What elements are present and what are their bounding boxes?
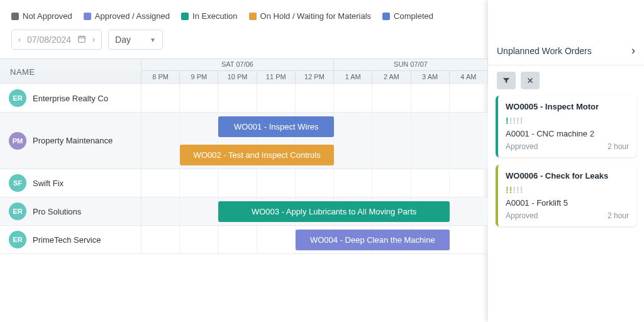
time-cell[interactable]	[180, 197, 218, 225]
legend-label: Not Approved	[23, 11, 72, 21]
row-label: Enterprise Realty Co	[33, 94, 108, 103]
panel-header[interactable]: Unplanned Work Orders ›	[488, 36, 644, 65]
work-order-card[interactable]: WO0005 - Inspect Motor!!!!!A0001 - CNC m…	[496, 96, 636, 157]
task-bar[interactable]: WO001 - Inspect Wires	[218, 116, 334, 137]
row-name: EREnterprise Realty Co	[0, 84, 142, 112]
card-duration: 2 hour	[608, 211, 629, 220]
name-column-header: NAME	[0, 59, 142, 84]
avatar: PM	[9, 132, 26, 150]
time-cell[interactable]	[411, 113, 450, 169]
row-label: Pro Solutions	[33, 207, 81, 216]
priority-icons: !!!!!	[506, 116, 629, 125]
time-cell[interactable]	[450, 84, 488, 112]
legend-item: Not Approved	[11, 11, 72, 21]
time-cell[interactable]	[450, 197, 488, 225]
time-cell[interactable]	[450, 226, 488, 253]
card-subtitle: A0001 - Forklift 5	[506, 198, 629, 208]
task-bar[interactable]: WO003 - Apply Lubricants to All Moving P…	[218, 201, 449, 222]
legend-item: On Hold / Waiting for Materials	[249, 11, 372, 21]
row-cells[interactable]: WO003 - Apply Lubricants to All Moving P…	[142, 197, 488, 225]
task-bar[interactable]: WO004 - Deep Clean the Machine	[296, 230, 450, 250]
card-title: WO0006 - Check for Leaks	[506, 171, 629, 180]
time-cell[interactable]	[257, 84, 296, 112]
time-cell[interactable]	[372, 84, 411, 112]
chevron-right-icon[interactable]: ›	[92, 35, 95, 44]
hour-header: 4 AM	[450, 71, 488, 84]
time-cell[interactable]	[142, 226, 180, 253]
resource-row: ERPro SolutionsWO003 - Apply Lubricants …	[0, 197, 488, 226]
card-status: Approved	[506, 142, 538, 151]
row-name: ERPrimeTech Service	[0, 226, 142, 253]
time-cell[interactable]	[257, 226, 296, 253]
time-cell[interactable]	[218, 169, 257, 197]
resource-row: EREnterprise Realty Co	[0, 84, 488, 113]
date-picker[interactable]: ‹ 07/08/2024 ›	[11, 30, 102, 50]
card-title: WO0005 - Inspect Motor	[506, 102, 629, 111]
time-cell[interactable]	[334, 169, 372, 197]
row-cells[interactable]: WO004 - Deep Clean the Machine	[142, 226, 488, 253]
row-name: SFSwift Fix	[0, 169, 142, 197]
avatar: ER	[9, 89, 26, 107]
hour-header: 2 AM	[372, 71, 411, 84]
chevron-down-icon: ▼	[150, 36, 156, 43]
time-cell[interactable]	[334, 113, 372, 169]
time-cell[interactable]	[450, 113, 488, 169]
hour-header: 12 PM	[296, 71, 334, 84]
row-name: PMProperty Maintenance	[0, 113, 142, 169]
hour-header: 8 PM	[142, 71, 180, 84]
time-cell[interactable]	[180, 226, 218, 253]
toolbar: ‹ 07/08/2024 › Day ▼	[0, 30, 488, 58]
priority-icons: !!!!!	[506, 186, 629, 194]
time-cell[interactable]	[411, 169, 450, 197]
time-cell[interactable]	[142, 84, 180, 112]
time-cell[interactable]	[450, 169, 488, 197]
view-select[interactable]: Day ▼	[108, 30, 163, 50]
resource-row: PMProperty MaintenanceWO001 - Inspect Wi…	[0, 113, 488, 169]
view-value: Day	[115, 35, 131, 45]
time-cell[interactable]	[142, 169, 180, 197]
time-cell[interactable]	[296, 169, 334, 197]
day-header: SAT 07/06	[142, 59, 334, 70]
legend-label: Completed	[394, 11, 433, 21]
card-status: Approved	[506, 211, 538, 220]
time-cell[interactable]	[334, 84, 372, 112]
legend-swatch	[181, 13, 189, 20]
legend-item: Approved / Assigned	[84, 11, 170, 21]
card-subtitle: A0001 - CNC machine 2	[506, 129, 629, 138]
row-cells[interactable]: WO001 - Inspect WiresWO002 - Test and In…	[142, 113, 488, 169]
row-cells[interactable]	[142, 84, 488, 112]
time-cell[interactable]	[218, 226, 257, 253]
svg-rect-0	[79, 36, 86, 42]
legend-swatch	[382, 13, 390, 20]
hour-header: 3 AM	[411, 71, 450, 84]
legend-swatch	[84, 13, 91, 20]
row-label: Property Maintenance	[33, 136, 113, 145]
time-cell[interactable]	[257, 169, 296, 197]
chevron-right-icon[interactable]: ›	[631, 44, 635, 57]
time-cell[interactable]	[296, 84, 334, 112]
chevron-left-icon[interactable]: ‹	[18, 35, 21, 44]
calendar-icon[interactable]	[77, 35, 86, 45]
legend-label: In Execution	[192, 11, 238, 21]
filter-button[interactable]	[497, 72, 516, 89]
legend-label: Approved / Assigned	[95, 11, 170, 21]
time-cell[interactable]	[218, 84, 257, 112]
time-cell[interactable]	[142, 113, 180, 169]
time-cell[interactable]	[372, 113, 411, 169]
avatar: SF	[9, 174, 26, 192]
row-name: ERPro Solutions	[0, 197, 142, 225]
time-cell[interactable]	[411, 84, 450, 112]
row-label: PrimeTech Service	[33, 235, 101, 245]
date-value: 07/08/2024	[27, 35, 71, 45]
time-cell[interactable]	[180, 84, 218, 112]
time-cell[interactable]	[372, 169, 411, 197]
row-label: Swift Fix	[33, 179, 64, 188]
time-cell[interactable]	[142, 197, 180, 225]
time-cell[interactable]	[180, 169, 218, 197]
row-cells[interactable]	[142, 169, 488, 197]
work-order-card[interactable]: WO0006 - Check for Leaks!!!!!A0001 - For…	[496, 165, 636, 226]
close-button[interactable]	[521, 72, 540, 89]
legend: Not ApprovedApproved / AssignedIn Execut…	[0, 11, 488, 30]
hour-header: 1 AM	[334, 71, 372, 84]
task-bar[interactable]: WO002 - Test and Inspect Controls	[180, 145, 334, 165]
